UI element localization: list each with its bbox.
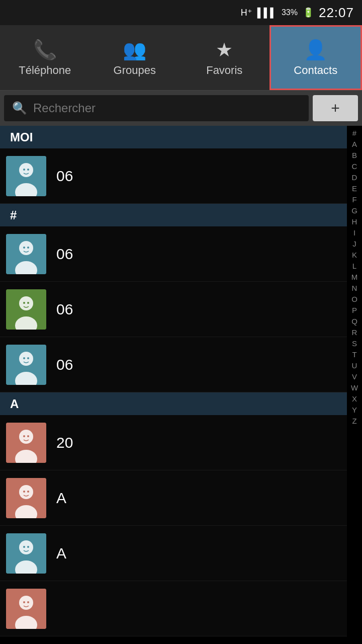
avatar [6,423,46,463]
svg-point-34 [27,546,29,548]
tab-contacts-label: Contacts [294,64,337,77]
signal-icon: H⁺ [241,7,252,18]
alphabet-sidebar: #ABCDEFGHIJKLMNOPQRSTUVWXYZ [347,126,362,644]
contact-name: 06 [56,168,73,185]
alpha-letter-R[interactable]: R [352,327,357,338]
svg-point-4 [27,169,29,171]
svg-point-36 [19,596,33,610]
alpha-letter-V[interactable]: V [352,371,357,382]
alpha-letter-H[interactable]: H [352,216,357,227]
contact-name: 06 [56,301,73,318]
alpha-letter-G[interactable]: G [351,205,357,216]
alpha-letter-C[interactable]: C [352,161,357,172]
contact-name: 06 [56,246,73,263]
svg-point-3 [23,169,25,171]
tab-contacts[interactable]: 👤 Contacts [269,25,363,90]
alpha-letter-D[interactable]: D [352,172,357,183]
contact-list: MOI 06 # [0,126,347,644]
alpha-letter-S[interactable]: S [352,338,357,349]
svg-point-11 [19,296,33,310]
alpha-letter-Y[interactable]: Y [352,405,357,415]
status-time: 22:07 [319,5,354,21]
alpha-letter-W[interactable]: W [351,382,358,393]
add-contact-button[interactable]: + [313,95,358,121]
avatar [6,156,46,196]
avatar [6,533,46,574]
section-header-hash: # [0,204,347,226]
alpha-letter-Q[interactable]: Q [351,316,357,327]
svg-point-1 [19,163,33,177]
alpha-letter-I[interactable]: I [353,227,355,238]
tab-favoris-label: Favoris [206,64,242,77]
svg-point-6 [19,241,33,255]
svg-point-14 [27,302,29,304]
avatar [6,478,46,518]
svg-point-16 [19,352,33,366]
tab-telephone-label: Téléphone [19,64,71,77]
svg-point-13 [23,302,25,304]
avatar [6,345,46,385]
svg-point-26 [19,485,33,499]
status-bar: H⁺ ▌▌▌ 33% 🔋 22:07 [0,0,362,25]
contact-row[interactable]: A [0,470,347,526]
alpha-letter-O[interactable]: O [351,294,357,304]
alpha-letter-E[interactable]: E [352,183,357,194]
group-icon: 👥 [123,39,146,61]
section-header-hash-text: # [10,208,17,222]
svg-point-18 [23,357,25,359]
person-icon: 👤 [304,39,327,61]
alpha-letter-B[interactable]: B [352,150,357,160]
alpha-letter-X[interactable]: X [352,393,357,404]
section-header-moi: MOI [0,126,347,148]
alpha-letter-F[interactable]: F [352,194,356,205]
battery-indicator: 33% [282,8,298,17]
alpha-letter-L[interactable]: L [352,261,356,271]
alpha-letter-N[interactable]: N [352,283,357,293]
star-icon: ★ [216,39,233,61]
avatar [6,289,46,330]
svg-point-39 [27,601,29,603]
contact-row[interactable]: 06 [0,148,347,204]
svg-point-28 [23,491,25,493]
svg-point-23 [23,435,25,437]
tab-bar: 📞 Téléphone 👥 Groupes ★ Favoris 👤 Contac… [0,25,362,91]
svg-point-33 [23,546,25,548]
alpha-letter-K[interactable]: K [352,250,357,260]
svg-point-38 [23,601,25,603]
alpha-letter-M[interactable]: M [351,272,358,282]
contact-row[interactable]: 06 [0,337,347,392]
tab-telephone[interactable]: 📞 Téléphone [0,25,90,90]
contact-name: 20 [56,434,73,451]
tab-favoris[interactable]: ★ Favoris [179,25,269,90]
alpha-letter-Z[interactable]: Z [352,416,356,426]
contact-row[interactable]: 20 [0,415,347,470]
svg-point-19 [27,357,29,359]
alpha-letter-U[interactable]: U [352,360,357,371]
avatar [6,234,46,274]
alpha-letter-A[interactable]: A [352,139,357,149]
search-icon: 🔍 [12,101,27,115]
phone-icon: 📞 [33,39,57,61]
alpha-letter-T[interactable]: T [352,349,356,360]
contact-row[interactable]: A [0,526,347,581]
contact-row[interactable]: 06 [0,226,347,282]
contact-name: A [56,545,66,562]
contact-name: 06 [56,356,73,373]
contact-row[interactable]: 06 [0,282,347,337]
alpha-letter-#[interactable]: # [352,128,356,138]
search-bar: 🔍 + [0,91,362,126]
svg-point-21 [19,430,33,444]
contact-row[interactable] [0,581,347,636]
alpha-letter-P[interactable]: P [352,305,357,315]
tab-groupes-label: Groupes [114,64,156,77]
section-header-a: A [0,392,347,415]
battery-icon: 🔋 [303,7,314,18]
search-input[interactable] [33,101,301,115]
bars-icon: ▌▌▌ [257,8,277,18]
svg-point-24 [27,435,29,437]
svg-point-8 [23,247,25,249]
tab-groupes[interactable]: 👥 Groupes [90,25,180,90]
section-header-moi-text: MOI [10,130,33,144]
avatar [6,589,46,629]
alpha-letter-J[interactable]: J [352,238,356,249]
